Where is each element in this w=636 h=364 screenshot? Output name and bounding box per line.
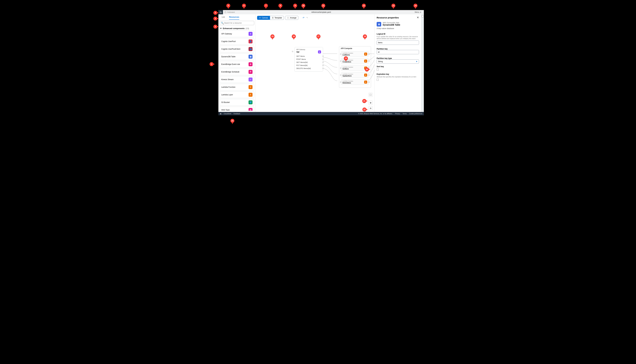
node-api-gateway[interactable]: API Gateway Api ⎋ GET /items POST /items… xyxy=(294,47,323,72)
section-count: (13) xyxy=(246,27,249,30)
feedback-link[interactable]: Feedback xyxy=(234,113,240,114)
panel-title: Resource properties xyxy=(377,16,399,19)
output-port[interactable] xyxy=(322,59,324,60)
zoom-in-button[interactable]: ⊕ xyxy=(368,101,372,105)
palette-item-label: Lambda Layer xyxy=(221,94,233,96)
output-port[interactable] xyxy=(368,82,370,83)
palette-item-label: Kinesis Stream xyxy=(221,78,234,80)
palette-item-lambda-layer[interactable]: Lambda Layerλ xyxy=(220,92,254,98)
lambda-icon: λ xyxy=(364,60,367,62)
annotation-callout-21: 21 xyxy=(362,99,366,103)
node-kind: Lambda Function xyxy=(342,80,353,82)
palette-item-eventbridge-sched[interactable]: EventBridge Schedule⏱ xyxy=(220,68,254,75)
tab-list[interactable]: List xyxy=(222,16,225,20)
sns-icon: ✉ xyxy=(248,108,252,111)
node-title: Api xyxy=(296,51,299,53)
node-lambda-updateitem[interactable]: Lambda FunctionUpdateItem λ xyxy=(341,72,368,78)
logical-id-input[interactable] xyxy=(377,40,419,45)
output-port[interactable] xyxy=(368,54,370,55)
palette-item-kinesis[interactable]: Kinesis Stream≈ xyxy=(220,76,254,83)
annotation-callout-13: 13 xyxy=(392,4,395,8)
palette-item-sns[interactable]: SNS Topic✉ xyxy=(220,106,254,111)
palette-item-label: EventBridge Event rule xyxy=(221,63,240,65)
search-input[interactable] xyxy=(220,21,254,25)
partition-key-input[interactable] xyxy=(377,50,419,54)
cookie-preferences-link[interactable]: Cookie preferences xyxy=(409,113,422,114)
output-port[interactable] xyxy=(322,65,324,66)
input-port[interactable] xyxy=(292,51,293,52)
cloudshell-icon: ▣ xyxy=(220,113,221,114)
properties-panel: Resource properties ✕ ▤ AWS::DynamoDB::T… xyxy=(374,14,421,112)
palette-item-label: Cognito UserPoolClient xyxy=(221,48,240,50)
cloudshell-link[interactable]: CloudShell xyxy=(224,113,231,114)
resource-name: DynamoDB Table xyxy=(383,24,400,26)
bottom-bar: ▣ CloudShell Feedback © 2023, Amazon Web… xyxy=(218,112,424,115)
lambda-icon: λ xyxy=(364,74,367,76)
section-header[interactable]: ▼ Enhanced components (13) xyxy=(220,26,254,30)
annotation-callout-22: 22 xyxy=(362,108,366,112)
close-panel-button[interactable]: ✕ xyxy=(417,16,419,19)
privacy-link[interactable]: Privacy xyxy=(395,113,400,114)
input-port[interactable] xyxy=(340,68,341,69)
home-button[interactable] xyxy=(218,10,223,14)
node-lambda-getitem[interactable]: Lambda FunctionGetItem λ xyxy=(341,65,368,71)
canvas-content: API Gateway Api ⎋ GET /items POST /items… xyxy=(256,14,374,112)
side-strip[interactable] xyxy=(421,14,424,112)
canvas-pane[interactable]: Canvas Template Arrange ↶ ↷ xyxy=(256,14,374,112)
palette-item-label: Cognito UserPool xyxy=(221,40,236,42)
logical-id-label: Logical ID xyxy=(377,33,419,35)
menu-button[interactable]: Menu ▾ xyxy=(415,11,421,13)
fit-view-button[interactable] xyxy=(368,93,372,97)
output-port[interactable] xyxy=(368,60,370,62)
kinesis-icon: ≈ xyxy=(248,78,252,82)
palette-item-cognito[interactable]: Cognito UserPool👤 xyxy=(220,38,254,45)
output-port[interactable] xyxy=(322,68,324,69)
output-port[interactable] xyxy=(322,62,324,63)
node-kind: API Gateway xyxy=(296,49,321,50)
output-port[interactable] xyxy=(322,56,324,57)
input-port[interactable] xyxy=(340,74,341,76)
tab-resources[interactable]: Resources xyxy=(229,16,239,20)
autosave-indicator: Autosave xyxy=(223,11,236,13)
node-kind: Lambda Function xyxy=(342,60,353,61)
feedback-icon[interactable] xyxy=(422,15,424,17)
apigw-icon: ⎋ xyxy=(318,50,321,54)
dynamodb-icon: ▤ xyxy=(377,22,381,26)
partition-key-type-select[interactable]: String ▼ xyxy=(377,60,419,64)
search-icon: 🔍 xyxy=(221,22,224,24)
palette-item-apigw[interactable]: API Gateway⎋ xyxy=(220,30,254,37)
chevron-down-icon: ▼ xyxy=(220,27,222,30)
annotation-callout-19: 19 xyxy=(344,56,348,60)
terms-link[interactable]: Terms xyxy=(402,113,407,114)
palette-item-eventbridge[interactable]: EventBridge Event rule⚙ xyxy=(220,61,254,68)
copyright: © 2023, Amazon Web Services, Inc. or its… xyxy=(358,113,393,114)
expiration-key-checkbox[interactable] xyxy=(377,79,379,81)
node-lambda-listitems[interactable]: Lambda FunctionListItems λ xyxy=(341,51,368,57)
annotation-callout-7: 7 xyxy=(264,4,268,8)
route-get-item: GET /items/{id} xyxy=(296,61,321,64)
node-lambda-deleteitem[interactable]: Lambda FunctionDeleteItem λ xyxy=(341,79,368,85)
input-port[interactable] xyxy=(340,60,341,62)
zoom-out-button[interactable]: ⊖ xyxy=(368,106,372,110)
node-name: GetItem xyxy=(342,68,353,70)
palette-item-label: EventBridge Schedule xyxy=(221,71,240,73)
input-port[interactable] xyxy=(340,82,341,83)
annotation-callout-23: 23 xyxy=(230,119,234,123)
apigw-icon: ⎋ xyxy=(248,32,252,36)
partition-key-label: Partition key xyxy=(377,48,419,50)
output-port[interactable] xyxy=(368,74,370,76)
palette-item-label: S3 Bucket xyxy=(221,101,230,104)
section-title: Enhanced components xyxy=(223,27,244,30)
palette-item-s3[interactable]: S3 Bucket🪣 xyxy=(220,99,254,106)
sort-key-checkbox[interactable] xyxy=(377,68,379,71)
palette-item-lambda[interactable]: Lambda Functionλ xyxy=(220,84,254,90)
palette-item-cognito-client[interactable]: Cognito UserPoolClient👥 xyxy=(220,46,254,52)
route-delete-item: DELETE /items/{id} xyxy=(296,67,321,70)
eventbridge-sched-icon: ⏱ xyxy=(248,70,252,74)
svg-rect-0 xyxy=(225,12,226,13)
annotation-callout-11: 11 xyxy=(321,4,325,8)
logical-id-help: If you update this value for an existing… xyxy=(377,36,419,40)
menu-label: Menu xyxy=(415,11,419,13)
input-port[interactable] xyxy=(340,54,341,55)
palette-item-dynamodb[interactable]: DynamoDB Table▤ xyxy=(220,53,254,60)
